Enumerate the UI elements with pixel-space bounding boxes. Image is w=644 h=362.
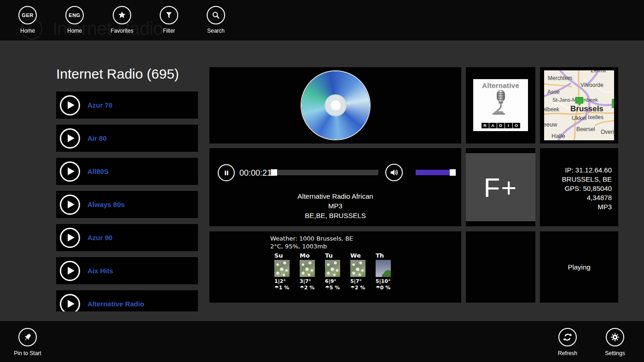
forecast-precipitation: ☂0 %: [376, 285, 401, 291]
pin-to-start-button[interactable]: Pin to Start: [2, 328, 53, 356]
station-name: Air 80: [87, 134, 107, 142]
appbar-button-label: Home: [20, 28, 35, 34]
weather-conditions: 2°C, 95%, 1003mb: [270, 242, 461, 250]
map-label: Overijse: [601, 129, 614, 135]
vintage-microphone-icon: [491, 90, 511, 115]
forecast-day: Tu 6|9° ☂5 %: [325, 252, 350, 291]
refresh-button[interactable]: Refresh: [542, 328, 593, 356]
settings-button[interactable]: Settings: [590, 328, 640, 356]
station-logo-tile: Alternative R A: [466, 67, 535, 144]
stream-codec: MP3: [562, 202, 612, 212]
pause-button[interactable]: [218, 164, 235, 181]
brussels-map-image: Zemst Merchtem Vilvoorde Asse St-Jans-Mo…: [544, 70, 614, 140]
stream-gps-lat: GPS: 50,85040: [562, 184, 612, 193]
magnifier-icon: [207, 6, 225, 24]
volume-thumb[interactable]: [450, 169, 456, 176]
location-map-tile[interactable]: Zemst Merchtem Vilvoorde Asse St-Jans-Mo…: [540, 67, 618, 144]
play-icon[interactable]: [60, 95, 80, 115]
forecast-day-name: We: [350, 252, 376, 259]
volume-button[interactable]: [385, 164, 403, 181]
radio-letter: D: [497, 123, 505, 128]
weather-header: Weather: 1000 Brussels, BE 2°C, 95%, 100…: [209, 231, 461, 250]
logo-title-text: Alternative: [482, 81, 519, 89]
play-icon[interactable]: [60, 261, 80, 281]
radio-letter: I: [505, 123, 512, 128]
map-label: Beersel: [576, 126, 595, 132]
star-icon: [113, 6, 131, 24]
station-row[interactable]: Azur 90: [56, 224, 198, 251]
german-language-circle-icon: GER: [18, 6, 37, 24]
bottom-app-bar: Pin to Start Refresh Settings: [0, 321, 644, 362]
appbar-home-german-button[interactable]: GER Home: [7, 6, 48, 34]
station-row[interactable]: All80S: [56, 158, 198, 185]
page-title: Internet Radio (695): [56, 66, 179, 82]
top-app-bar: Internet-Radio net GER Home ENG Home Fav…: [0, 0, 644, 40]
map-park-area: [612, 99, 614, 108]
stream-info-tile: IP: 31.12.64.60 BRUSSELS, BE GPS: 50,850…: [540, 148, 618, 226]
forecast-day-name: Tu: [325, 252, 350, 259]
add-favorite-tile[interactable]: F+: [466, 148, 535, 226]
play-icon[interactable]: [60, 161, 80, 182]
map-label: Asse: [547, 89, 560, 95]
gear-icon: [606, 328, 624, 346]
empty-tile: [466, 231, 535, 303]
stream-location: BE,BE, BRUSSELS: [209, 211, 461, 220]
station-name: All80S: [87, 167, 109, 175]
pause-icon: [223, 169, 230, 177]
cd-disc-image: [302, 71, 370, 139]
play-icon[interactable]: [60, 128, 80, 149]
station-row[interactable]: Azur 70: [56, 92, 198, 119]
radio-letter: A: [489, 123, 497, 128]
map-label: Ixelles: [588, 114, 603, 121]
bottombar-button-label: Refresh: [558, 350, 577, 356]
play-icon[interactable]: [60, 228, 80, 248]
station-name: Azur 90: [87, 234, 112, 241]
progress-slider[interactable]: [271, 170, 378, 175]
forecast-day: Su 1|2° ☂1 %: [274, 252, 300, 291]
forecast-temps: 5|10°: [376, 278, 401, 285]
station-row[interactable]: Aix Hits: [56, 257, 198, 284]
radio-letter: R: [482, 123, 489, 128]
weather-cloudy-icon: [376, 260, 391, 277]
add-favorite-label: F+: [484, 172, 517, 203]
station-row[interactable]: Always 80s: [56, 191, 198, 218]
forecast-temps: 6|9°: [325, 278, 350, 285]
weather-tile: Weather: 1000 Brussels, BE 2°C, 95%, 100…: [209, 231, 461, 303]
station-row[interactable]: Alternative Radio: [56, 290, 198, 311]
station-logo-image: Alternative R A: [473, 79, 528, 131]
english-language-circle-icon: ENG: [65, 6, 84, 24]
map-label: Ukkel: [572, 115, 587, 121]
forecast-precipitation: ☂2 %: [350, 285, 376, 291]
forecast-day: Mo 3|7° ☂2 %: [300, 252, 325, 291]
forecast-temps: 3|7°: [300, 278, 325, 285]
bottombar-button-label: Settings: [605, 350, 625, 356]
station-row[interactable]: Air 80: [56, 125, 198, 152]
map-label: Leeuw: [544, 121, 557, 128]
map-label: Merchtem: [548, 75, 572, 81]
appbar-button-label: Home: [67, 28, 82, 34]
appbar-favorites-button[interactable]: Favorites: [101, 6, 143, 34]
weather-rain-icon: [274, 260, 290, 277]
volume-fill: [416, 170, 450, 175]
progress-thumb[interactable]: [271, 169, 277, 176]
map-label: Halle: [551, 132, 565, 139]
forecast-precipitation: ☂5 %: [325, 285, 350, 291]
volume-slider[interactable]: [416, 170, 456, 175]
play-icon[interactable]: [60, 195, 80, 215]
appbar-filter-button[interactable]: Filter: [148, 6, 190, 34]
stream-ip: IP: 31.12.64.60: [562, 166, 612, 175]
appbar-search-button[interactable]: Search: [195, 6, 237, 34]
map-label-brussels: Brussels: [570, 104, 603, 114]
status-tile: Playing: [540, 231, 618, 303]
play-icon[interactable]: [60, 294, 80, 312]
appbar-home-english-button[interactable]: ENG Home: [54, 6, 95, 34]
add-favorite-inner: F+: [466, 153, 535, 221]
funnel-icon: [160, 6, 178, 24]
forecast-day: Th 5|10° ☂0 %: [376, 252, 401, 291]
album-art-tile: [209, 67, 461, 144]
appbar-button-label: Filter: [163, 28, 175, 34]
station-name: Always 80s: [87, 201, 125, 208]
station-name: Alternative Radio: [87, 300, 144, 308]
forecast-temps: 5|7°: [350, 278, 376, 285]
map-label: Dilbeek: [544, 106, 559, 113]
